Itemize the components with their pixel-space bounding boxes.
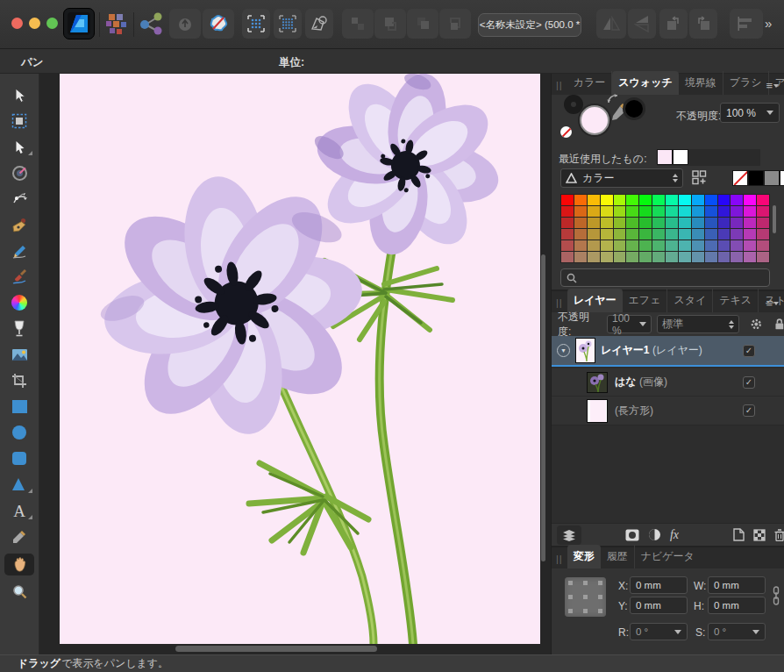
layer-row-layer1[interactable]: ▼ レイヤー1 (レイヤー) ✓ <box>552 336 784 367</box>
layer-thumbnail[interactable] <box>575 338 595 363</box>
palette-swatch[interactable] <box>718 240 731 251</box>
palette-swatch[interactable] <box>679 252 691 262</box>
palette-swatch[interactable] <box>561 229 574 239</box>
recent-color-swatch[interactable] <box>657 149 673 165</box>
palette-swatch[interactable] <box>757 252 769 262</box>
palette-swatch[interactable] <box>666 218 678 228</box>
tool-fill[interactable] <box>4 294 34 312</box>
tool-rectangle[interactable] <box>4 397 34 416</box>
gear-icon[interactable] <box>750 318 763 331</box>
rotation-dropdown[interactable]: 0 ° <box>630 623 688 640</box>
recent-color-swatch[interactable] <box>673 149 688 165</box>
tab-navigator[interactable]: ナビゲータ <box>635 545 701 568</box>
palette-swatch[interactable] <box>561 206 574 217</box>
tab-history[interactable]: 履歴 <box>601 545 635 568</box>
designer-persona-button[interactable] <box>63 8 95 39</box>
palette-swatch[interactable] <box>626 252 638 262</box>
insert-target-button[interactable] <box>169 9 201 39</box>
tool-view-pan[interactable] <box>4 554 34 575</box>
arrange-forward-button[interactable] <box>374 9 406 39</box>
canvas-horizontal-scrollbar[interactable] <box>175 646 377 652</box>
palette-swatch[interactable] <box>757 240 769 251</box>
quick-color-swatch[interactable] <box>748 170 764 186</box>
tool-pen[interactable] <box>4 216 34 234</box>
tab-effects[interactable]: エフェ <box>623 289 668 312</box>
tool-rounded-rectangle[interactable] <box>4 449 34 468</box>
panel-grip[interactable]: || <box>552 554 567 568</box>
palette-category-dropdown[interactable]: カラー <box>560 168 683 188</box>
stroke-color-well[interactable] <box>564 95 583 114</box>
palette-swatch[interactable] <box>639 252 652 262</box>
no-color-swatch[interactable] <box>560 126 572 138</box>
palette-swatch[interactable] <box>679 195 691 205</box>
artboard[interactable] <box>60 74 540 644</box>
palette-swatch[interactable] <box>614 206 626 217</box>
palette-swatch[interactable] <box>639 218 652 228</box>
palette-swatch[interactable] <box>705 218 717 228</box>
palette-swatch[interactable] <box>666 206 678 217</box>
palette-swatch[interactable] <box>574 195 587 205</box>
fill-color-well[interactable] <box>580 105 609 135</box>
tool-pencil[interactable] <box>4 242 34 261</box>
x-field[interactable]: 0 mm <box>630 576 688 594</box>
close-button[interactable] <box>11 18 23 29</box>
tool-artboard[interactable] <box>4 112 34 131</box>
tool-node[interactable] <box>4 138 34 156</box>
palette-swatch[interactable] <box>679 229 691 239</box>
palette-swatch[interactable] <box>718 206 731 217</box>
palette-swatch[interactable] <box>757 229 769 239</box>
h-field[interactable]: 0 mm <box>708 597 766 614</box>
palette-swatch[interactable] <box>744 252 756 262</box>
snap-geometry-button[interactable] <box>305 9 333 39</box>
palette-swatch[interactable] <box>679 218 691 228</box>
tool-color-picker[interactable] <box>4 527 34 546</box>
layer-opacity-dropdown[interactable]: 100 % <box>607 315 652 333</box>
panel-menu-icon[interactable]: ≡ <box>766 79 779 92</box>
palette-swatch[interactable] <box>639 195 652 205</box>
quick-color-swatch[interactable] <box>764 170 780 186</box>
palette-swatch[interactable] <box>614 218 626 228</box>
y-field[interactable]: 0 mm <box>630 597 688 614</box>
snap-grid-button[interactable] <box>242 9 270 39</box>
zoom-window-button[interactable] <box>46 18 58 29</box>
palette-swatch[interactable] <box>731 252 743 262</box>
tool-text[interactable]: A <box>4 502 34 520</box>
palette-swatch[interactable] <box>588 195 600 205</box>
palette-swatch[interactable] <box>679 240 691 251</box>
palette-swatch[interactable] <box>666 195 678 205</box>
palette-swatch[interactable] <box>692 229 704 239</box>
palette-swatch[interactable] <box>601 240 613 251</box>
more-tools-button[interactable]: » <box>765 16 770 31</box>
palette-swatch[interactable] <box>757 195 769 205</box>
palette-swatch[interactable] <box>705 229 717 239</box>
snap-candidates-button[interactable] <box>274 9 302 39</box>
tab-swatches[interactable]: スウォッチ <box>612 71 678 95</box>
shear-dropdown[interactable]: 0 ° <box>708 623 766 640</box>
palette-swatch[interactable] <box>626 218 638 228</box>
arrange-to-front-button[interactable] <box>342 9 374 39</box>
disclosure-triangle-icon[interactable]: ▼ <box>557 344 570 357</box>
palette-swatch[interactable] <box>652 206 665 217</box>
delete-layer-icon[interactable] <box>774 529 784 541</box>
tool-vector-crop[interactable] <box>4 372 34 390</box>
palette-swatch[interactable] <box>705 195 717 205</box>
lock-icon[interactable] <box>774 318 784 331</box>
palette-swatch[interactable] <box>561 195 574 205</box>
palette-swatch[interactable] <box>639 229 652 239</box>
palette-swatch[interactable] <box>666 252 678 262</box>
picked-color-well[interactable] <box>625 100 643 118</box>
palette-swatch[interactable] <box>666 240 678 251</box>
palette-scrollbar[interactable] <box>773 205 776 233</box>
palette-swatch[interactable] <box>626 240 638 251</box>
arrange-backward-button[interactable] <box>407 9 438 39</box>
palette-swatch[interactable] <box>601 218 613 228</box>
layers-stack-icon[interactable] <box>557 525 581 545</box>
adjustment-layer-icon[interactable] <box>648 528 661 541</box>
palette-swatch[interactable] <box>666 229 678 239</box>
pixel-layer-icon[interactable] <box>753 529 766 541</box>
toggle-clip-button[interactable] <box>203 9 234 39</box>
rotate-ccw-button[interactable] <box>659 9 688 39</box>
tab-styles[interactable]: スタイ <box>667 289 713 312</box>
palette-swatch[interactable] <box>757 218 769 228</box>
palette-swatch[interactable] <box>757 206 769 217</box>
